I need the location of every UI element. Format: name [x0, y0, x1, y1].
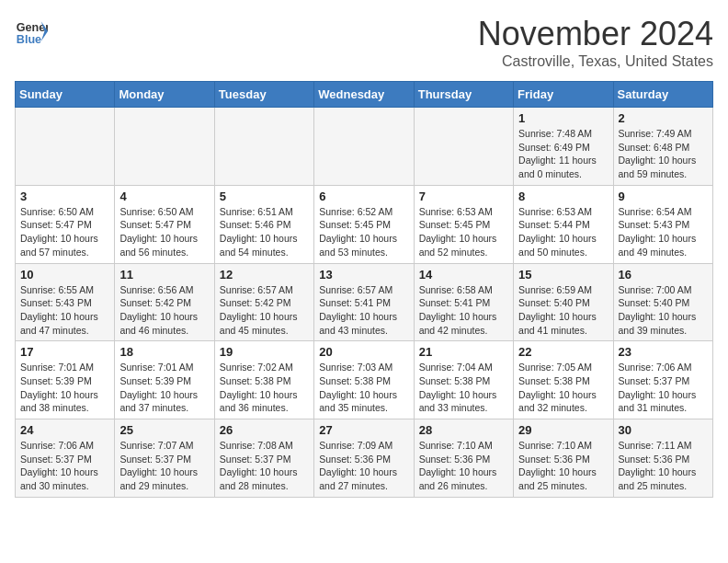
calendar-day-cell: 4Sunrise: 6:50 AM Sunset: 5:47 PM Daylig… — [115, 185, 214, 263]
day-number: 4 — [119, 190, 209, 203]
day-of-week-header: Thursday — [414, 82, 513, 108]
day-number: 27 — [319, 423, 408, 437]
day-of-week-header: Sunday — [16, 82, 115, 108]
day-number: 14 — [419, 268, 508, 282]
calendar-body: 1Sunrise: 7:48 AM Sunset: 6:49 PM Daylig… — [16, 108, 713, 498]
day-info: Sunrise: 7:01 AM Sunset: 5:39 PM Dayligh… — [20, 361, 109, 415]
day-number: 12 — [220, 268, 309, 282]
days-of-week-row: SundayMondayTuesdayWednesdayThursdayFrid… — [16, 82, 713, 108]
calendar-day-cell: 2Sunrise: 7:49 AM Sunset: 6:48 PM Daylig… — [613, 108, 712, 186]
day-info: Sunrise: 7:08 AM Sunset: 5:37 PM Dayligh… — [220, 439, 309, 493]
calendar-day-cell: 19Sunrise: 7:02 AM Sunset: 5:38 PM Dayli… — [214, 341, 313, 419]
day-number: 7 — [419, 190, 508, 203]
day-info: Sunrise: 6:50 AM Sunset: 5:47 PM Dayligh… — [20, 205, 109, 259]
day-number: 5 — [220, 190, 309, 203]
logo: General Blue — [15, 15, 48, 48]
day-number: 10 — [20, 268, 109, 282]
calendar-day-cell: 26Sunrise: 7:08 AM Sunset: 5:37 PM Dayli… — [214, 419, 313, 498]
day-info: Sunrise: 6:56 AM Sunset: 5:42 PM Dayligh… — [119, 283, 209, 338]
day-info: Sunrise: 7:09 AM Sunset: 5:36 PM Dayligh… — [319, 439, 408, 493]
calendar-day-cell: 23Sunrise: 7:06 AM Sunset: 5:37 PM Dayli… — [613, 341, 712, 419]
day-info: Sunrise: 6:55 AM Sunset: 5:43 PM Dayligh… — [20, 283, 109, 338]
day-number: 3 — [20, 190, 109, 203]
day-info: Sunrise: 7:03 AM Sunset: 5:38 PM Dayligh… — [319, 361, 408, 415]
day-of-week-header: Monday — [115, 82, 214, 108]
day-number: 20 — [319, 345, 408, 359]
day-info: Sunrise: 7:05 AM Sunset: 5:38 PM Dayligh… — [518, 361, 608, 415]
calendar-day-cell: 10Sunrise: 6:55 AM Sunset: 5:43 PM Dayli… — [16, 263, 115, 341]
day-number: 2 — [619, 111, 708, 125]
calendar-day-cell: 6Sunrise: 6:52 AM Sunset: 5:45 PM Daylig… — [314, 185, 414, 263]
calendar-day-cell: 11Sunrise: 6:56 AM Sunset: 5:42 PM Dayli… — [115, 263, 214, 341]
day-info: Sunrise: 6:52 AM Sunset: 5:45 PM Dayligh… — [319, 205, 408, 259]
day-info: Sunrise: 6:57 AM Sunset: 5:41 PM Dayligh… — [319, 283, 408, 338]
calendar-day-cell — [414, 108, 513, 186]
calendar-table: SundayMondayTuesdayWednesdayThursdayFrid… — [15, 81, 713, 498]
svg-text:Blue: Blue — [17, 33, 41, 46]
calendar-day-cell: 28Sunrise: 7:10 AM Sunset: 5:36 PM Dayli… — [414, 419, 513, 498]
calendar-day-cell: 16Sunrise: 7:00 AM Sunset: 5:40 PM Dayli… — [613, 263, 712, 341]
calendar-day-cell: 13Sunrise: 6:57 AM Sunset: 5:41 PM Dayli… — [314, 263, 414, 341]
day-info: Sunrise: 7:00 AM Sunset: 5:40 PM Dayligh… — [619, 283, 708, 338]
calendar-day-cell: 17Sunrise: 7:01 AM Sunset: 5:39 PM Dayli… — [16, 341, 115, 419]
day-info: Sunrise: 7:06 AM Sunset: 5:37 PM Dayligh… — [20, 439, 109, 493]
day-info: Sunrise: 7:10 AM Sunset: 5:36 PM Dayligh… — [419, 439, 508, 493]
calendar-week-row: 17Sunrise: 7:01 AM Sunset: 5:39 PM Dayli… — [16, 341, 713, 419]
day-number: 13 — [319, 268, 408, 282]
calendar-day-cell: 30Sunrise: 7:11 AM Sunset: 5:36 PM Dayli… — [613, 419, 712, 498]
day-number: 21 — [419, 345, 508, 359]
day-number: 6 — [319, 190, 408, 203]
day-number: 23 — [619, 345, 708, 359]
calendar-day-cell — [214, 108, 313, 186]
calendar-day-cell: 1Sunrise: 7:48 AM Sunset: 6:49 PM Daylig… — [514, 108, 613, 186]
day-number: 22 — [518, 345, 608, 359]
day-info: Sunrise: 7:49 AM Sunset: 6:48 PM Dayligh… — [619, 127, 708, 181]
day-of-week-header: Friday — [514, 82, 613, 108]
day-number: 26 — [220, 423, 309, 437]
calendar-day-cell: 24Sunrise: 7:06 AM Sunset: 5:37 PM Dayli… — [16, 419, 115, 498]
day-info: Sunrise: 6:54 AM Sunset: 5:43 PM Dayligh… — [619, 205, 708, 259]
day-info: Sunrise: 7:10 AM Sunset: 5:36 PM Dayligh… — [518, 439, 608, 493]
day-info: Sunrise: 6:57 AM Sunset: 5:42 PM Dayligh… — [220, 283, 309, 338]
day-of-week-header: Saturday — [613, 82, 712, 108]
day-number: 15 — [518, 268, 608, 282]
header: General Blue November 2024 Castroville, … — [15, 15, 713, 70]
calendar-day-cell: 15Sunrise: 6:59 AM Sunset: 5:40 PM Dayli… — [514, 263, 613, 341]
day-number: 16 — [619, 268, 708, 282]
day-info: Sunrise: 7:01 AM Sunset: 5:39 PM Dayligh… — [119, 361, 209, 415]
calendar-day-cell: 8Sunrise: 6:53 AM Sunset: 5:44 PM Daylig… — [514, 185, 613, 263]
day-info: Sunrise: 7:48 AM Sunset: 6:49 PM Dayligh… — [518, 127, 608, 181]
calendar-day-cell: 25Sunrise: 7:07 AM Sunset: 5:37 PM Dayli… — [115, 419, 214, 498]
day-number: 9 — [619, 190, 708, 203]
calendar-week-row: 10Sunrise: 6:55 AM Sunset: 5:43 PM Dayli… — [16, 263, 713, 341]
calendar-day-cell — [16, 108, 115, 186]
title-area: November 2024 Castroville, Texas, United… — [478, 15, 713, 70]
calendar-day-cell: 27Sunrise: 7:09 AM Sunset: 5:36 PM Dayli… — [314, 419, 414, 498]
day-number: 28 — [419, 423, 508, 437]
day-info: Sunrise: 6:51 AM Sunset: 5:46 PM Dayligh… — [220, 205, 309, 259]
calendar-day-cell: 20Sunrise: 7:03 AM Sunset: 5:38 PM Dayli… — [314, 341, 414, 419]
day-of-week-header: Wednesday — [314, 82, 414, 108]
calendar-day-cell: 29Sunrise: 7:10 AM Sunset: 5:36 PM Dayli… — [514, 419, 613, 498]
calendar-day-cell: 7Sunrise: 6:53 AM Sunset: 5:45 PM Daylig… — [414, 185, 513, 263]
calendar-day-cell: 3Sunrise: 6:50 AM Sunset: 5:47 PM Daylig… — [16, 185, 115, 263]
main-title: November 2024 — [478, 15, 713, 53]
day-number: 18 — [119, 345, 209, 359]
day-number: 8 — [518, 190, 608, 203]
calendar-day-cell: 12Sunrise: 6:57 AM Sunset: 5:42 PM Dayli… — [214, 263, 313, 341]
day-info: Sunrise: 7:07 AM Sunset: 5:37 PM Dayligh… — [119, 439, 209, 493]
day-number: 1 — [518, 111, 608, 125]
calendar-week-row: 1Sunrise: 7:48 AM Sunset: 6:49 PM Daylig… — [16, 108, 713, 186]
day-number: 25 — [119, 423, 209, 437]
calendar-day-cell: 21Sunrise: 7:04 AM Sunset: 5:38 PM Dayli… — [414, 341, 513, 419]
calendar-day-cell: 22Sunrise: 7:05 AM Sunset: 5:38 PM Dayli… — [514, 341, 613, 419]
subtitle: Castroville, Texas, United States — [478, 53, 713, 70]
day-info: Sunrise: 6:50 AM Sunset: 5:47 PM Dayligh… — [119, 205, 209, 259]
day-info: Sunrise: 7:02 AM Sunset: 5:38 PM Dayligh… — [220, 361, 309, 415]
day-number: 30 — [619, 423, 708, 437]
calendar-week-row: 24Sunrise: 7:06 AM Sunset: 5:37 PM Dayli… — [16, 419, 713, 498]
day-info: Sunrise: 6:53 AM Sunset: 5:45 PM Dayligh… — [419, 205, 508, 259]
day-of-week-header: Tuesday — [214, 82, 313, 108]
calendar-day-cell — [115, 108, 214, 186]
day-number: 24 — [20, 423, 109, 437]
